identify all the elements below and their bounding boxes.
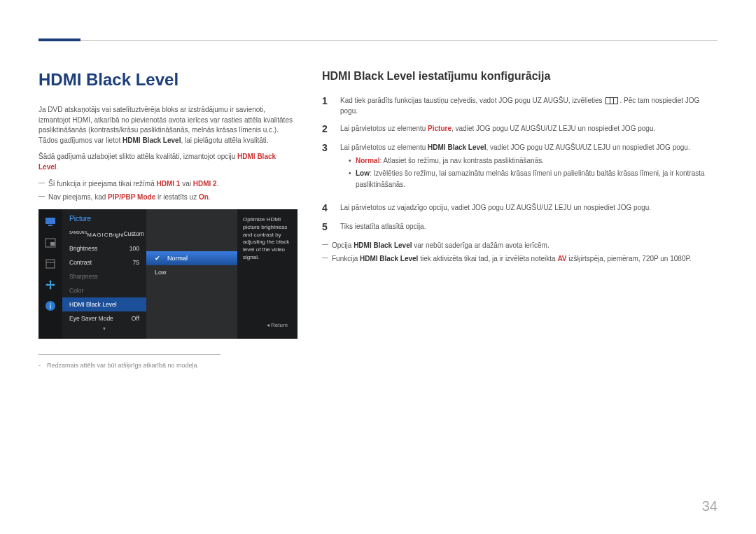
improve-paragraph: Šādā gadījumā uzlabojiet slikto attēla k… — [38, 152, 298, 172]
option-bullets: Normal: Atlasiet šo režīmu, ja nav kontr… — [340, 155, 718, 190]
step-3-text-c: , vadiet JOG pogu UZ AUGŠU/UZ LEJU un no… — [486, 143, 690, 151]
osd-option-normal: Normal — [146, 251, 237, 265]
step-3-text-a: Lai pārvietotos uz elementu — [340, 143, 428, 151]
step-2: 2 Lai pārvietotos uz elementu Picture, v… — [322, 123, 718, 135]
step-1: 1 Kad tiek parādīts funkcijas taustiņu c… — [322, 95, 718, 116]
bullet-normal-label: Normal — [356, 157, 379, 164]
footnote-model: Redzamais attēls var būt atšķirīgs atkar… — [38, 362, 298, 369]
improve-text-a: Šādā gadījumā uzlabojiet slikto attēla k… — [38, 153, 237, 160]
osd-option-popup: Normal Low — [146, 209, 237, 339]
note2-c: ir iestatīts uz — [155, 193, 199, 201]
osd-row-contrast: Contrast 75 — [62, 255, 146, 269]
rfoot1-a: Opcija — [332, 241, 354, 249]
step-5-number: 5 — [322, 221, 332, 233]
osd-sharpness-label: Sharpness — [69, 273, 98, 280]
step-4: 4 Lai pārvietotos uz vajadzīgo opciju, v… — [322, 202, 718, 214]
note1-mid: vai — [180, 180, 192, 188]
bullet-low-text: : Izvēlēties šo režīmu, lai samazinātu m… — [356, 169, 705, 188]
step-3-body: Lai pārvietotos uz elementu HDMI Black L… — [340, 142, 718, 196]
left-column: HDMI Black Level Ja DVD atskaņotājs vai … — [38, 70, 298, 373]
note1-hdmi1: HDMI 1 — [157, 180, 181, 188]
window-icon — [43, 257, 57, 271]
osd-help-panel: Optimize HDMI picture brightness and con… — [237, 209, 298, 339]
osd-magic-suffix: Bright — [109, 232, 124, 238]
osd-row-magic: SAMSUNGMAGICBright Custom — [62, 227, 146, 241]
step-1-number: 1 — [322, 95, 332, 107]
right-footnote-1: Opcija HDMI Black Level var nebūt saderī… — [322, 240, 718, 251]
step-4-body: Lai pārvietotos uz vajadzīgo opciju, vad… — [340, 202, 718, 213]
intro-text-c: , lai pielāgotu attēla kvalitāti. — [181, 136, 268, 144]
osd-return-label: Return — [243, 319, 292, 332]
right-column: HDMI Black Level iestatījumu konfigurāci… — [322, 70, 718, 373]
osd-screenshot: i Picture SAMSUNGMAGICBright Custom Brig… — [38, 209, 298, 339]
step-3-hdmibl: HDMI Black Level — [428, 143, 486, 151]
step-1-text-a: Kad tiek parādīts funkcijas taustiņu ceļ… — [340, 97, 604, 104]
rfoot2-c: tiek aktivizēta tikai tad, ja ir izvēlēt… — [418, 255, 557, 262]
osd-option-low-label: Low — [155, 269, 167, 276]
osd-row-brightness: Brightness 100 — [62, 241, 146, 255]
osd-scroll-down-icon: ▾ — [62, 325, 146, 332]
note2-pipmode: PIP/PBP Mode — [108, 193, 155, 201]
osd-color-label: Color — [69, 287, 83, 294]
osd-option-low: Low — [146, 265, 237, 279]
rfoot2-hdmibl: HDMI Black Level — [360, 255, 418, 262]
intro-hdmi-black-level: HDMI Black Level — [122, 136, 181, 144]
monitor-icon — [43, 215, 57, 229]
osd-icon-strip: i — [38, 209, 62, 339]
rfoot1-c: var nebūt saderīga ar dažām avota ierīcē… — [412, 241, 550, 249]
osd-magic-label: SAMSUNGMAGICBright — [69, 230, 123, 238]
section-title: HDMI Black Level iestatījumu konfigurāci… — [322, 70, 718, 83]
note2-on: On — [199, 193, 209, 201]
osd-menu-list: Picture SAMSUNGMAGICBright Custom Bright… — [62, 209, 146, 339]
page-body: HDMI Black Level Ja DVD atskaņotājs vai … — [0, 0, 756, 373]
step-2-text-c: , vadiet JOG pogu UZ AUGŠU/UZ LEJU un no… — [451, 125, 655, 132]
step-3-number: 3 — [322, 142, 332, 154]
rfoot1-hdmibl: HDMI Black Level — [354, 241, 412, 249]
check-icon — [155, 255, 163, 262]
step-5: 5 Tiks iestatīta atlasītā opcija. — [322, 221, 718, 233]
step-1-body: Kad tiek parādīts funkcijas taustiņu ceļ… — [340, 95, 718, 116]
bullet-low: Low: Izvēlēties šo režīmu, lai samazināt… — [349, 168, 718, 190]
osd-help-text: Optimize HDMI picture brightness and con… — [243, 216, 292, 262]
svg-rect-0 — [46, 218, 55, 224]
osd-menu-title: Picture — [62, 213, 146, 227]
info-icon: i — [43, 299, 57, 313]
bullet-normal-text: : Atlasiet šo režīmu, ja nav kontrasta p… — [379, 157, 544, 164]
step-4-number: 4 — [322, 202, 332, 214]
step-3: 3 Lai pārvietotos uz elementu HDMI Black… — [322, 142, 718, 196]
svg-rect-3 — [50, 242, 55, 246]
right-footnote-2: Funkcija HDMI Black Level tiek aktivizēt… — [322, 253, 718, 264]
pip-icon — [43, 236, 57, 250]
note2-a: Nav pieejams, kad — [48, 193, 108, 201]
footnote-rule — [38, 354, 220, 355]
bullet-low-label: Low — [356, 169, 370, 177]
note1-d: . — [217, 180, 219, 188]
note1-a: Šī funkcija ir pieejama tikai režīmā — [48, 180, 157, 188]
osd-row-color: Color — [62, 283, 146, 297]
menu-grid-icon — [606, 97, 618, 104]
step-2-body: Lai pārvietotos uz elementu Picture, vad… — [340, 123, 718, 134]
steps-list: 1 Kad tiek parādīts funkcijas taustiņu c… — [322, 95, 718, 233]
osd-row-sharpness: Sharpness — [62, 269, 146, 283]
svg-rect-1 — [48, 225, 52, 226]
step-2-number: 2 — [322, 123, 332, 135]
osd-row-eye-saver: Eye Saver Mode Off — [62, 311, 146, 325]
step-2-picture: Picture — [428, 125, 451, 132]
osd-brightness-label: Brightness — [69, 245, 97, 252]
header-accent — [38, 38, 80, 41]
osd-eyesaver-value: Off — [132, 315, 139, 322]
step-5-body: Tiks iestatīta atlasītā opcija. — [340, 221, 718, 232]
svg-rect-4 — [46, 260, 55, 268]
note2-e: . — [209, 193, 211, 201]
page-number: 34 — [702, 498, 718, 514]
note1-hdmi2: HDMI 2 — [193, 180, 217, 188]
rfoot2-e: izšķirtspēja, piemēram, 720P un 1080P. — [567, 255, 692, 262]
osd-contrast-value: 75 — [133, 259, 139, 266]
rfoot2-av: AV — [557, 255, 566, 262]
osd-option-normal-label: Normal — [167, 255, 188, 262]
svg-text:i: i — [50, 302, 51, 310]
intro-paragraph: Ja DVD atskaņotājs vai satelītuztvērēja … — [38, 105, 298, 146]
page-title: HDMI Black Level — [38, 70, 298, 90]
osd-eyesaver-label: Eye Saver Mode — [69, 315, 113, 322]
osd-hdmi-label: HDMI Black Level — [69, 301, 117, 308]
